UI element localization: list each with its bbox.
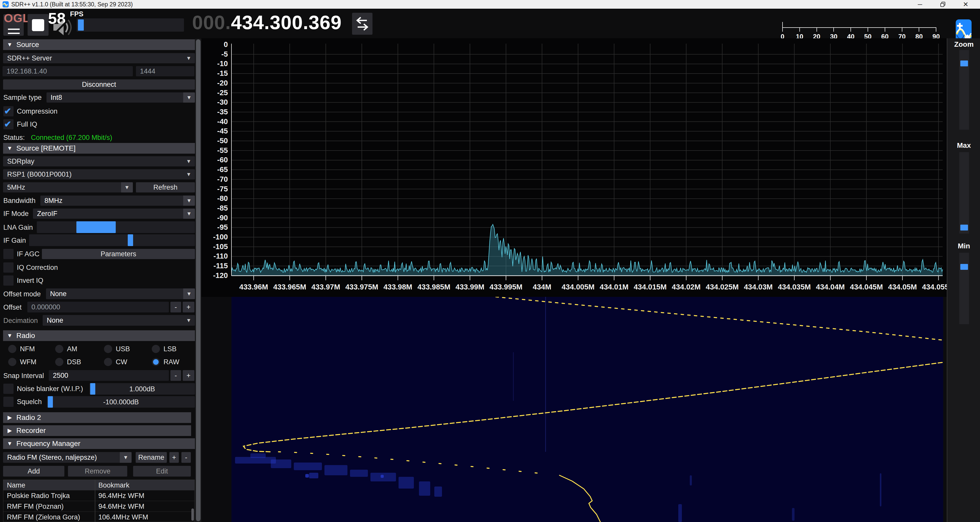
radio-mode-USB[interactable] xyxy=(104,345,112,353)
menu-button[interactable]: OGL xyxy=(3,14,24,36)
offset-mode-select[interactable]: None ▼ xyxy=(46,289,195,299)
offset-mode-label: Offset mode xyxy=(3,289,41,299)
squelch-checkbox[interactable] xyxy=(3,397,14,407)
squelch-slider[interactable]: -100.000dB xyxy=(47,396,195,408)
noise-blanker-checkbox[interactable] xyxy=(3,384,14,394)
frequency-display[interactable]: 000.434.300.369 xyxy=(192,11,342,33)
radio-mode-NFM[interactable] xyxy=(8,345,16,353)
rename-list-button[interactable]: Rename xyxy=(136,452,167,463)
offset-decrement-button[interactable]: - xyxy=(170,302,181,313)
host-input[interactable]: 192.168.1.40 xyxy=(3,66,133,76)
radio-mode-label: DSB xyxy=(67,357,81,367)
parameters-button[interactable]: Parameters xyxy=(42,249,195,259)
radio-mode-label: USB xyxy=(116,344,130,354)
sidebar-scrollbar-track[interactable] xyxy=(195,39,201,522)
sample-type-select[interactable]: Int8 ▼ xyxy=(46,92,195,103)
min-label: Min xyxy=(947,242,980,250)
column-header-name[interactable]: Name xyxy=(7,481,25,489)
column-header-bookmark[interactable]: Bookmark xyxy=(99,481,129,489)
lna-gain-slider[interactable] xyxy=(37,221,195,233)
compression-checkbox[interactable]: ✔ xyxy=(3,106,14,116)
decimation-select[interactable]: None ▼ xyxy=(43,315,195,326)
squelch-label: Squelch xyxy=(17,397,42,407)
max-slider-handle[interactable] xyxy=(960,225,968,230)
radio-mode-RAW[interactable] xyxy=(152,358,160,366)
remove-list-button[interactable]: - xyxy=(181,452,191,463)
freq-axis-label: 434.055M xyxy=(916,283,947,291)
display-controls-panel: Zoom Max Min xyxy=(947,38,980,522)
snap-decrement-button[interactable]: - xyxy=(170,370,181,381)
if-gain-handle[interactable] xyxy=(128,234,133,246)
db-axis-label: -95 xyxy=(201,223,228,232)
max-slider[interactable] xyxy=(959,152,969,233)
offset-input[interactable]: 0.000000 xyxy=(27,302,169,313)
chevron-down-icon: ▼ xyxy=(186,55,191,61)
table-row[interactable]: RMF FM (Zielona Gora)106.4MHz WFM xyxy=(3,511,195,522)
snap-interval-input[interactable]: 2500 xyxy=(49,370,169,381)
radio-mode-DSB[interactable] xyxy=(55,358,64,366)
fft-spectrum-display[interactable]: 0-5-10-15-20-25-30-35-40-45-50-55-60-65-… xyxy=(201,38,947,297)
source-select[interactable]: SDR++ Server▼ xyxy=(3,53,195,63)
add-list-button[interactable]: + xyxy=(169,452,179,463)
if-gain-slider[interactable] xyxy=(29,234,195,246)
bookmark-name: Polskie Radio Trojka xyxy=(7,492,70,500)
frequency-main-digits: 434.300.369 xyxy=(231,11,342,33)
bandwidth-select[interactable]: 8MHz ▼ xyxy=(40,195,195,206)
offset-increment-button[interactable]: + xyxy=(183,302,194,313)
stop-button[interactable] xyxy=(28,14,49,36)
bookmark-name: RMF FM (Zielona Gora) xyxy=(7,513,80,521)
panel-header-source[interactable]: ▼Source xyxy=(3,39,195,50)
table-scrollbar[interactable] xyxy=(191,508,194,521)
noise-blanker-slider[interactable]: 1.000dB xyxy=(89,383,195,395)
panel-header-source-remote[interactable]: ▼Source [REMOTE] xyxy=(3,143,195,154)
panel-header-frequency-manager[interactable]: ▼Frequency Manager xyxy=(3,438,195,449)
edit-bookmark-button[interactable]: Edit xyxy=(133,466,191,476)
invert-iq-checkbox[interactable] xyxy=(3,275,14,286)
panel-header-recorder[interactable]: ▶Recorder xyxy=(3,425,191,436)
if-agc-checkbox[interactable] xyxy=(3,249,14,259)
iq-correction-checkbox[interactable] xyxy=(3,262,14,273)
remote-device-select[interactable]: RSP1 (B0001P0001)▼ xyxy=(3,169,195,179)
waterfall-display[interactable] xyxy=(231,297,943,522)
min-slider[interactable] xyxy=(959,253,969,324)
sidebar-scrollbar-thumb[interactable] xyxy=(196,39,200,521)
if-mode-select[interactable]: ZeroIF ▼ xyxy=(33,209,195,219)
disconnect-button[interactable]: Disconnect xyxy=(3,79,195,90)
add-bookmark-button[interactable]: Add xyxy=(3,466,64,476)
radio-mode-CW[interactable] xyxy=(104,358,112,366)
collapse-arrow-icon: ▶ xyxy=(3,414,16,421)
frequency-dim-digits: 000. xyxy=(192,11,231,33)
db-axis-label: -70 xyxy=(201,175,228,184)
offset-label: Offset xyxy=(3,302,22,313)
radio-mode-AM[interactable] xyxy=(55,345,64,353)
remove-bookmark-button[interactable]: Remove xyxy=(68,466,127,476)
radio-mode-LSB[interactable] xyxy=(152,345,160,353)
refresh-button[interactable]: Refresh xyxy=(136,182,195,192)
full-iq-checkbox[interactable]: ✔ xyxy=(3,119,14,129)
close-button[interactable]: ✕ xyxy=(951,0,980,9)
volume-slider[interactable] xyxy=(76,18,184,32)
samplerate-select[interactable]: 5MHz ▼ xyxy=(3,182,133,192)
remote-driver-select[interactable]: SDRplay▼ xyxy=(3,156,195,167)
db-axis-label: -40 xyxy=(201,117,228,126)
panel-header-radio2[interactable]: ▶Radio 2 xyxy=(3,412,191,423)
snap-increment-button[interactable]: + xyxy=(183,370,194,381)
if-agc-label: IF AGC xyxy=(17,249,40,259)
volume-slider-handle[interactable] xyxy=(78,19,84,31)
table-row[interactable]: RMF FM (Poznan)94.6MHz WFM xyxy=(3,501,195,512)
bookmark-list-select[interactable]: Radio FM (Stereo, naljepsze) ▼ xyxy=(3,452,132,463)
vfo-swap-button[interactable] xyxy=(352,13,372,35)
swap-arrows-icon xyxy=(352,13,372,35)
radio-mode-row-2: WFMDSBCWRAW xyxy=(3,357,195,367)
zoom-slider[interactable] xyxy=(959,50,969,130)
lna-gain-handle[interactable] xyxy=(76,221,116,233)
db-axis-label: -115 xyxy=(201,262,228,270)
min-slider-handle[interactable] xyxy=(960,264,968,270)
panel-header-radio[interactable]: ▼Radio xyxy=(3,330,195,341)
zoom-slider-handle[interactable] xyxy=(960,60,968,67)
radio-mode-WFM[interactable] xyxy=(8,358,16,366)
bandwidth-label: Bandwidth xyxy=(3,195,35,206)
volume-muted-icon[interactable] xyxy=(52,18,73,37)
table-row[interactable]: Polskie Radio Trojka96.4MHz WFM xyxy=(3,490,195,501)
port-input[interactable]: 1444 xyxy=(136,66,194,76)
